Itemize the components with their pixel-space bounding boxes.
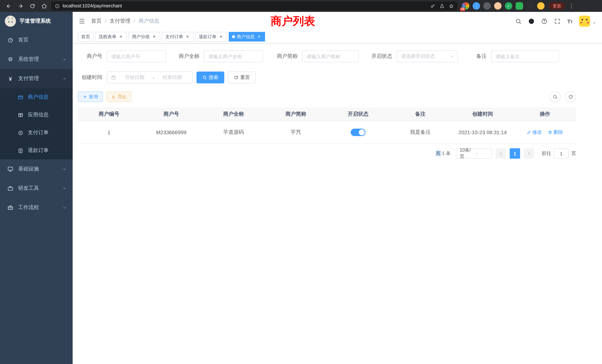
browser-forward-button[interactable]: [16, 1, 25, 11]
ext-blue-drop-icon[interactable]: [473, 2, 480, 10]
chevron-left-icon: [499, 151, 503, 156]
status-select[interactable]: 请选择开启状态: [397, 50, 458, 62]
ext-avatar-icon[interactable]: [494, 2, 502, 10]
search-button[interactable]: 搜索: [196, 72, 224, 83]
remark-label: 备注: [466, 53, 487, 60]
sidebar-subitem-merchant-info[interactable]: 商户信息: [0, 88, 73, 106]
export-button[interactable]: 导出: [106, 92, 131, 102]
merchant-no-label: 商户号: [78, 53, 102, 60]
breadcrumb-item-home[interactable]: 首页: [91, 18, 102, 24]
reset-button[interactable]: 重置: [228, 72, 256, 83]
sidebar-item-workflow[interactable]: 工作流程: [0, 198, 73, 217]
profile-avatar-icon[interactable]: [537, 2, 545, 10]
refresh-button[interactable]: [565, 91, 576, 102]
sidebar-subitem-app-info[interactable]: 应用信息: [0, 106, 73, 124]
browser-home-button[interactable]: [39, 1, 49, 11]
start-date-placeholder: 开始日期: [118, 74, 151, 81]
table-toolbar: 新增 导出: [78, 91, 576, 102]
prev-page-button[interactable]: [496, 148, 506, 159]
cell-remark: 我是备注: [389, 121, 452, 144]
merchant-short-input[interactable]: [302, 50, 359, 62]
remark-input[interactable]: [491, 50, 559, 62]
tab-process-form[interactable]: 流程表单 ×: [95, 32, 127, 42]
fullscreen-icon[interactable]: [554, 18, 560, 24]
extension-icons: 10 ✓: [462, 2, 545, 10]
sidebar-subitem-pay-order[interactable]: 支付订单: [0, 124, 73, 142]
toggle-search-button[interactable]: [549, 91, 560, 102]
col-create-time: 创建时间: [452, 107, 514, 121]
browser-menu-icon[interactable]: ⋮: [569, 3, 573, 9]
cell-merchant-short: 芋艿: [265, 121, 327, 144]
logo-avatar: [5, 16, 16, 27]
browser-update-button[interactable]: 更新: [549, 2, 565, 10]
ext-pinwheel-icon[interactable]: [526, 2, 534, 10]
close-icon[interactable]: ×: [152, 34, 157, 39]
sidebar-item-home[interactable]: 首页: [0, 30, 73, 50]
cell-actions: 修改 删除: [514, 121, 576, 144]
col-merchant-no: 商户号: [140, 107, 202, 121]
add-button[interactable]: 新增: [78, 92, 103, 102]
caret-down-icon[interactable]: [592, 21, 596, 25]
goto-page-input[interactable]: [554, 148, 569, 159]
browser-back-button[interactable]: [4, 1, 13, 11]
page-size-select[interactable]: 10条/页: [456, 148, 492, 159]
chevron-right-icon: [527, 151, 531, 156]
page-content: 商户号 商户全称 商户简称 开启状态 请选择开启状态: [73, 43, 602, 364]
close-icon[interactable]: ×: [118, 34, 123, 39]
sidebar-item-infrastructure[interactable]: 基础设施: [0, 159, 73, 179]
status-toggle[interactable]: [351, 129, 366, 136]
share-icon[interactable]: [440, 3, 444, 8]
sidebar-subitem-refund-order[interactable]: 退款订单: [0, 142, 73, 159]
user-avatar[interactable]: [579, 16, 590, 27]
chevron-down-icon: [63, 205, 67, 210]
close-icon[interactable]: ×: [185, 34, 190, 39]
page-number-1[interactable]: 1: [510, 148, 520, 159]
extensions-colorwheel-icon[interactable]: 10: [462, 2, 469, 10]
hamburger-icon[interactable]: [79, 18, 85, 24]
sidebar-item-payment[interactable]: ¥ 支付管理: [0, 69, 73, 88]
tab-user-group[interactable]: 用户分组 ×: [129, 32, 160, 42]
edit-link[interactable]: 修改: [527, 129, 542, 136]
create-time-range-input[interactable]: 开始日期 - 结束日期: [107, 72, 193, 83]
ext-dark-circle-icon[interactable]: [483, 2, 491, 10]
chevron-down-icon: [63, 57, 67, 61]
sidebar: 芋道管理系统 首页 ⚙ 系统管理 ¥ 支付管理: [0, 12, 73, 364]
merchant-name-input[interactable]: [204, 50, 263, 62]
cell-create-time: 2021-10-23 08:31:14: [452, 121, 514, 144]
address-bar[interactable]: localhost:1024/pay/merchant: [51, 1, 457, 10]
close-icon[interactable]: ×: [218, 34, 224, 39]
tab-refund-order[interactable]: 退款订单 ×: [195, 32, 227, 42]
breadcrumb: 首页 / 支付管理 / 商户信息: [91, 18, 159, 24]
browser-reload-button[interactable]: [27, 1, 37, 11]
merchant-table: 商户编号 商户号 商户全称 商户简称 开启状态 备注 创建时间 操作 1: [78, 107, 576, 144]
site-info-icon[interactable]: [55, 3, 60, 8]
ext-green-check-icon[interactable]: ✓: [505, 2, 512, 10]
tab-merchant-info[interactable]: 商户信息 ×: [229, 32, 265, 42]
breadcrumb-separator: /: [105, 18, 106, 24]
goto-label: 前往: [542, 150, 551, 157]
col-merchant-name: 商户全称: [202, 107, 265, 121]
chevron-down-icon: [450, 54, 454, 59]
sidebar-logo: 芋道管理系统: [0, 12, 73, 30]
bookmark-star-icon[interactable]: [449, 3, 454, 8]
tab-home[interactable]: 首页: [78, 32, 93, 42]
tab-pay-order[interactable]: 支付订单 ×: [162, 32, 194, 42]
sidebar-item-system[interactable]: ⚙ 系统管理: [0, 50, 73, 69]
merchant-card-icon: [17, 94, 24, 100]
github-icon[interactable]: [528, 18, 535, 24]
breadcrumb-item-payment[interactable]: 支付管理: [110, 18, 130, 24]
merchant-no-input[interactable]: [107, 50, 166, 62]
table-row: 1 M233666999 芋道源码 芋艿 我是备注 2021-10-23 08:…: [78, 121, 576, 144]
sidebar-item-devtools[interactable]: 研发工具: [0, 179, 73, 198]
font-size-icon[interactable]: TT: [567, 18, 572, 24]
help-icon[interactable]: [541, 18, 548, 24]
browser-window: localhost:1024/pay/merchant 10: [0, 0, 602, 364]
dashboard-icon: [7, 37, 14, 43]
page-annotation: 商户列表: [271, 14, 315, 29]
password-key-icon[interactable]: [430, 3, 435, 8]
search-icon[interactable]: [515, 18, 522, 24]
ext-green-square-icon[interactable]: [516, 2, 523, 10]
close-icon[interactable]: ×: [257, 34, 262, 39]
next-page-button[interactable]: [524, 148, 534, 159]
delete-link[interactable]: 删除: [548, 129, 563, 136]
